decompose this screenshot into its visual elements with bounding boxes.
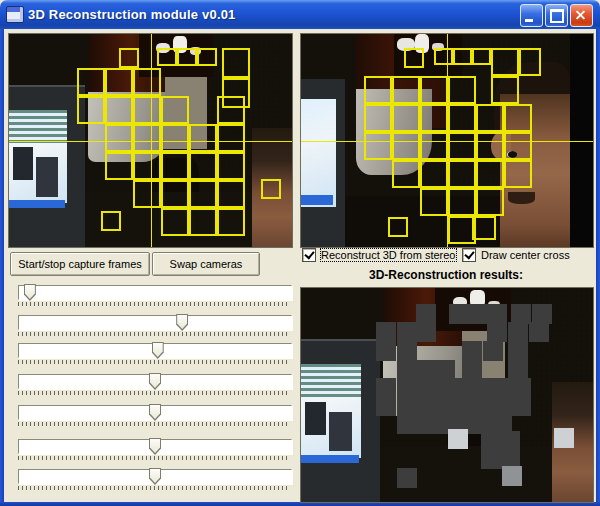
depth-square [508, 322, 528, 342]
feature-box [77, 68, 105, 96]
feature-box [476, 104, 504, 132]
depth-square [435, 378, 455, 398]
trackbar-1[interactable] [18, 285, 292, 300]
feature-box [133, 152, 161, 180]
feature-box [392, 104, 420, 132]
feature-box [388, 217, 408, 237]
depth-square [462, 341, 482, 361]
draw-center-cross-checkbox[interactable]: Draw center cross [462, 247, 570, 262]
feature-box [392, 76, 420, 104]
minimize-button[interactable] [520, 4, 543, 27]
feature-box [105, 152, 133, 180]
trackbar-3[interactable] [18, 343, 292, 358]
maximize-button[interactable] [545, 4, 568, 27]
feature-box [420, 76, 448, 104]
title-bar[interactable]: 3D Reconstruction module v0.01 [0, 0, 600, 29]
depth-square [435, 396, 455, 416]
trackbar-thumb[interactable] [149, 373, 161, 390]
depth-square [448, 429, 468, 449]
trackbar-thumb[interactable] [152, 342, 164, 359]
trackbar-thumb[interactable] [24, 284, 36, 301]
feature-box [177, 48, 197, 66]
feature-box [491, 76, 519, 104]
depth-square [511, 378, 531, 398]
feature-box [420, 160, 448, 188]
feature-box [133, 180, 161, 208]
feature-box [453, 48, 472, 65]
window-border-right [596, 29, 600, 502]
checkbox-label[interactable]: Draw center cross [481, 249, 570, 261]
feature-box [448, 160, 476, 188]
feature-box [189, 180, 217, 208]
reconstruct-3d-checkbox[interactable]: Reconstruct 3D from stereo [302, 247, 456, 262]
start-stop-capture-button[interactable]: Start/stop capture frames [10, 252, 150, 276]
trackbar-thumb[interactable] [149, 438, 161, 455]
depth-square [481, 449, 501, 469]
trackbar-2-ticks [18, 332, 290, 336]
feature-box [364, 132, 392, 160]
right-camera-view [300, 33, 594, 248]
depth-square [454, 378, 474, 398]
checkbox-box[interactable] [302, 248, 316, 262]
depth-square [529, 322, 549, 342]
swap-cameras-button[interactable]: Swap cameras [152, 252, 260, 276]
app-window: 3D Reconstruction module v0.01 [0, 0, 600, 506]
trackbar-4[interactable] [18, 374, 292, 389]
depth-square [397, 414, 417, 434]
trackbar-6[interactable] [18, 439, 292, 454]
feature-box [161, 152, 189, 180]
trackbar-thumb[interactable] [176, 314, 188, 331]
feature-box [133, 68, 161, 96]
feature-box [77, 96, 105, 124]
center-cross-horizontal [301, 141, 593, 142]
feature-box [392, 132, 420, 160]
checkbox-label[interactable]: Reconstruct 3D from stereo [321, 249, 456, 261]
feature-box [105, 96, 133, 124]
checkbox-box[interactable] [462, 248, 476, 262]
feature-box [519, 48, 541, 76]
trackbar-thumb[interactable] [149, 404, 161, 421]
depth-square [481, 431, 501, 451]
depth-square [468, 304, 488, 324]
depth-square [376, 322, 396, 342]
app-icon [6, 6, 24, 23]
feature-box [476, 132, 504, 160]
depth-square [500, 431, 520, 451]
depth-square [511, 304, 531, 324]
depth-square [416, 322, 436, 342]
feature-box [472, 216, 496, 240]
checkmark-icon [464, 248, 474, 259]
feature-box [261, 179, 281, 199]
depth-square [416, 414, 436, 434]
feature-box [420, 132, 448, 160]
feature-box [420, 188, 448, 216]
feature-box [217, 152, 245, 180]
feature-box [133, 124, 161, 152]
feature-box [504, 104, 532, 132]
depth-square [435, 360, 455, 380]
feature-box [161, 180, 189, 208]
feature-box [105, 124, 133, 152]
depth-square [502, 466, 522, 486]
close-button[interactable] [570, 4, 593, 27]
feature-box [217, 96, 245, 124]
feature-box [472, 48, 491, 65]
checkmark-icon [304, 248, 314, 259]
depth-square [462, 360, 482, 380]
trackbar-7[interactable] [18, 469, 292, 484]
trackbar-5[interactable] [18, 405, 292, 420]
window-border-left [0, 29, 4, 502]
trackbar-thumb[interactable] [149, 468, 161, 485]
feature-box [476, 188, 504, 216]
feature-box [364, 76, 392, 104]
trackbar-1-ticks [18, 302, 290, 306]
depth-square [416, 396, 436, 416]
feature-box [197, 48, 217, 66]
feature-box [504, 160, 532, 188]
reconstruction-results-view [300, 287, 594, 503]
feature-box [420, 104, 448, 132]
trackbar-2[interactable] [18, 315, 292, 330]
feature-box [189, 152, 217, 180]
feature-box [189, 208, 217, 236]
feature-box [448, 132, 476, 160]
